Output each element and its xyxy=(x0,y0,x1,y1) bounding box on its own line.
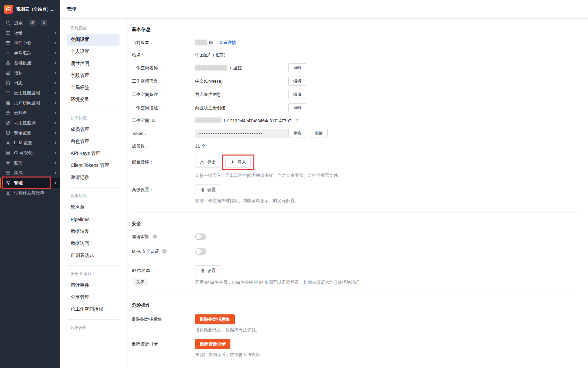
sidebar-item-integrations[interactable]: 集成 xyxy=(0,168,60,178)
advanced-settings-button[interactable]: 设置 xyxy=(195,184,220,195)
mfa-toggle[interactable] xyxy=(195,248,206,255)
import-button[interactable]: 导入 xyxy=(225,157,251,168)
export-icon xyxy=(200,160,205,165)
edit-desc-button[interactable]: 编辑 xyxy=(288,103,306,112)
sidebar-search[interactable]: 搜索 ⌘ + K xyxy=(0,18,60,28)
workspace-id-value: 1c12132cf4e47a83464a3171477b7 xyxy=(223,118,291,123)
sidebar-item-monitoring[interactable]: 监控 xyxy=(0,158,60,168)
subnav-item-personal-settings[interactable]: 个人设置 xyxy=(67,46,120,58)
sidebar-item-apm[interactable]: 应用性能监测 xyxy=(0,88,60,98)
config-migration-label: 配置迁移： xyxy=(132,159,195,165)
sidebar-item-billing-plan[interactable]: 付费计划与账单 xyxy=(0,188,60,198)
help-icon[interactable]: ? xyxy=(162,249,167,253)
subnav-item-regex[interactable]: 正则表达式 xyxy=(67,249,120,261)
divider xyxy=(67,187,120,188)
svg-text:?: ? xyxy=(154,235,156,238)
subnav-item-blacklist[interactable]: 黑名单 xyxy=(67,201,120,213)
cloud-billing-icon xyxy=(5,110,11,116)
workspace-title: 观测云（全站点）... xyxy=(16,6,55,12)
subnav-item-cross-workspace-auth[interactable]: 跨工作空间授权 xyxy=(67,303,120,315)
sidebar-item-security-monitoring[interactable]: 安全监测 xyxy=(0,128,60,138)
edit-token-button[interactable]: 编辑 xyxy=(310,129,328,138)
subnav-item-api-keys[interactable]: API Keys 管理 xyxy=(67,148,120,160)
chevron-right-icon xyxy=(55,102,57,104)
delete-metric-set-desc: 指标集删除后，数据将无法恢复。 xyxy=(195,327,580,333)
security-title: 安全 xyxy=(132,221,580,227)
workspace-id-label: 工作空间 ID： xyxy=(132,118,195,124)
advanced-settings-desc: 管理工作空间关键指标、功能菜单显示、时区等配置。 xyxy=(195,198,580,204)
chevron-right-icon xyxy=(55,112,57,114)
primary-sidebar: 观测云（全站点）... 搜索 ⌘ + K 场景 事件中心 异常追 xyxy=(0,0,60,368)
view-details-link[interactable]: 查看详情 xyxy=(219,40,236,46)
workspace-switcher[interactable]: 观测云（全站点）... xyxy=(0,0,60,18)
edit-remark-button[interactable]: 编辑 xyxy=(288,90,306,99)
divider xyxy=(67,265,120,266)
gear-icon xyxy=(200,187,205,192)
advanced-settings-label: 高级设置： xyxy=(132,187,195,193)
replace-token-button[interactable]: 更换 xyxy=(288,129,306,138)
help-icon[interactable]: ? xyxy=(152,234,157,239)
subnav-item-attribute-claims[interactable]: 属性声明 xyxy=(67,58,120,70)
sidebar-item-infrastructure[interactable]: 基础设施 xyxy=(0,58,60,68)
workspace-desc-value: 商业版注册创建 xyxy=(195,105,288,111)
ci-visualization-icon xyxy=(5,150,11,156)
chevron-right-icon xyxy=(55,132,57,134)
sidebar-item-management[interactable]: 管理 xyxy=(0,178,60,188)
token-label: Token： xyxy=(132,131,195,137)
ip-allowlist-settings-button[interactable]: 设置 xyxy=(195,265,220,276)
subnav-item-pipelines[interactable]: Pipelines xyxy=(67,213,120,225)
subnav-item-data-forwarding[interactable]: 数据转发 xyxy=(67,225,120,237)
chevron-right-icon xyxy=(55,92,57,94)
redacted-workspace-name xyxy=(195,65,227,71)
subnav-item-space-settings[interactable]: 空间设置 xyxy=(67,34,120,46)
export-button[interactable]: 导出 xyxy=(195,157,220,168)
subnav-section-data-compliance: 数据合规 xyxy=(60,321,126,333)
main-pane: 管理 系统设置 空间设置 个人设置 属性声明 字段管理 全局标签 环境变量 访问… xyxy=(60,0,588,368)
divider xyxy=(67,110,120,110)
copy-icon[interactable] xyxy=(295,118,300,123)
edit-language-button[interactable]: 编辑 xyxy=(288,77,306,86)
annotation-red-box-import: 导入 xyxy=(222,155,254,170)
site-value: 中国区3（北京） xyxy=(195,52,288,58)
subnav-item-audit-events[interactable]: 审计事件 xyxy=(67,279,120,291)
sidebar-item-anomaly-tracking[interactable]: 异常追踪 xyxy=(0,48,60,58)
sidebar-item-ci-visualization[interactable]: CI 可视化 xyxy=(0,148,60,158)
subnav-item-field-management[interactable]: 字段管理 xyxy=(67,70,120,82)
app-root: 观测云（全站点）... 搜索 ⌘ + K 场景 事件中心 异常追 xyxy=(0,0,588,368)
sidebar-item-metrics[interactable]: 指标 xyxy=(0,68,60,78)
delete-resource-catalog-button[interactable]: 删除资源目录 xyxy=(195,339,230,349)
basic-info-title: 基本信息 xyxy=(132,27,580,33)
sidebar-item-scene[interactable]: 场景 xyxy=(0,28,60,38)
subnav-item-data-access[interactable]: 数据访问 xyxy=(67,237,120,249)
sidebar-item-llm-monitoring[interactable]: LLM 监测 xyxy=(0,138,60,148)
subnav-item-global-labels[interactable]: 全局标签 xyxy=(67,82,120,94)
subnav-item-member-management[interactable]: 成员管理 xyxy=(67,124,120,136)
redacted-workspace-id xyxy=(195,118,221,123)
logs-icon xyxy=(5,80,11,86)
integrations-icon xyxy=(5,170,11,176)
delete-metric-set-button[interactable]: 删除指定指标集 xyxy=(195,314,235,324)
chevron-right-icon xyxy=(55,52,57,54)
subnav-item-env-variables[interactable]: 环境变量 xyxy=(67,94,120,106)
delete-resource-catalog-label: 删除资源目录 xyxy=(132,341,195,347)
llm-monitoring-icon xyxy=(5,140,11,146)
sidebar-item-event-center[interactable]: 事件中心 xyxy=(0,38,60,48)
members-count-value: 21 个 xyxy=(195,143,288,149)
subnav-section-access: 访问认证 xyxy=(60,111,126,124)
billing-plan-icon xyxy=(5,190,11,195)
edit-name-button[interactable]: 编辑 xyxy=(288,63,306,72)
subnav-item-invite-records[interactable]: 邀请记录 xyxy=(67,172,120,184)
danger-zone-title: 危险操作 xyxy=(132,302,580,308)
members-count-label: 成员数： xyxy=(132,143,195,149)
subnav-item-client-tokens[interactable]: Client Tokens 管理 xyxy=(67,160,120,172)
sidebar-item-rum[interactable]: 用户访问监测 xyxy=(0,98,60,108)
subnav-item-role-management[interactable]: 角色管理 xyxy=(67,136,120,148)
sidebar-item-logs[interactable]: 日志 xyxy=(0,78,60,88)
chevron-right-icon xyxy=(55,82,57,84)
subnav-item-share-management[interactable]: 分享管理 xyxy=(67,291,120,303)
sidebar-item-availability[interactable]: 可用性监测 xyxy=(0,118,60,128)
sidebar-item-cloud-billing[interactable]: 云账单 xyxy=(0,108,60,118)
invite-approval-toggle[interactable] xyxy=(195,233,206,240)
guance-logo-icon xyxy=(4,5,13,14)
chevron-right-icon xyxy=(55,162,57,164)
